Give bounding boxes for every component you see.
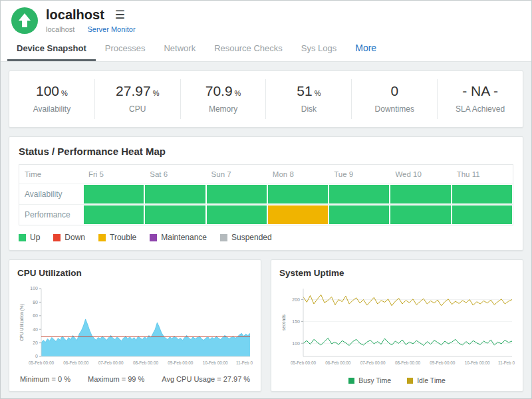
tab-device-snapshot[interactable]: Device Snapshot	[7, 37, 96, 61]
svg-text:11-Feb 0: 11-Feb 0	[498, 360, 515, 365]
heatmap-legend-maintenance: Maintenance	[150, 233, 207, 242]
heatmap-cell-up[interactable]	[145, 185, 205, 203]
legend-label: Maintenance	[161, 233, 207, 242]
stat-memory: 70.9%Memory	[181, 79, 267, 119]
summary-stats-card: 100%Availability27.97%CPU70.9%Memory51%D…	[9, 70, 523, 128]
svg-text:08-Feb 00:00: 08-Feb 00:00	[395, 360, 420, 365]
heatmap-col-header: Thu 11	[452, 165, 513, 184]
heatmap-row-performance: Performance	[19, 204, 513, 225]
heatmap-cell-up[interactable]	[452, 205, 512, 224]
header-text: localhost ☰ localhost Server Monitor	[46, 7, 136, 33]
heatmap-col-header: Sat 6	[144, 165, 205, 184]
heatmap-table: TimeFri 5Sat 6Sun 7Mon 8Tue 9Wed 10Thu 1…	[19, 164, 513, 225]
heatmap-cell-up[interactable]	[207, 205, 267, 224]
svg-text:10-Feb 00:00: 10-Feb 00:00	[465, 360, 490, 365]
svg-text:05-Feb 00:00: 05-Feb 00:00	[291, 360, 316, 365]
heatmap-title: Status / Performance Heat Map	[19, 146, 513, 157]
legend-swatch	[53, 234, 61, 241]
heatmap-cell-up[interactable]	[207, 185, 267, 203]
uptime-legend-idle-time: Idle Time	[407, 376, 446, 384]
heatmap-col-header: Time	[19, 165, 83, 184]
svg-text:100: 100	[30, 286, 38, 291]
heatmap-cell-up[interactable]	[329, 185, 389, 203]
app-header: localhost ☰ localhost Server Monitor	[1, 1, 531, 37]
heatmap-col-header: Wed 10	[390, 165, 451, 184]
stat-value: 27.97	[116, 83, 151, 98]
heatmap-cell-up[interactable]	[329, 205, 389, 224]
cpu-utilization-chart: 020406080100CPU Utilization (%)05-Feb 00…	[17, 283, 253, 371]
heatmap-col-header: Fri 5	[83, 165, 144, 184]
heatmap-cell-up[interactable]	[452, 185, 512, 203]
heatmap-cell-up[interactable]	[84, 185, 144, 203]
legend-swatch	[19, 234, 26, 241]
svg-text:06-Feb 00:00: 06-Feb 00:00	[63, 360, 88, 365]
legend-swatch	[407, 378, 413, 384]
svg-text:60: 60	[33, 313, 38, 318]
breadcrumb-monitor-type-link[interactable]: Server Monitor	[87, 25, 135, 33]
stat-disk: 51%Disk	[266, 79, 352, 119]
cpu-chart-footer: Minimum = 0 %Maximum = 99 %Avg CPU Usage…	[17, 375, 253, 383]
heatmap-legend: UpDownTroubleMaintenanceSuspended	[19, 233, 513, 242]
svg-text:0: 0	[35, 354, 38, 358]
stat-value: - NA -	[462, 83, 498, 98]
stat-unit: %	[153, 89, 160, 97]
tab-bar: Device SnapshotProcessesNetworkResource …	[1, 37, 531, 62]
tab-sys-logs[interactable]: Sys Logs	[292, 37, 346, 61]
cpu-summary-stat: Maximum = 99 %	[88, 375, 144, 383]
legend-label: Busy Time	[358, 376, 391, 384]
heatmap-card: Status / Performance Heat Map TimeFri 5S…	[9, 136, 523, 251]
breadcrumb-host: localhost	[46, 25, 74, 33]
svg-text:10-Feb 00:00: 10-Feb 00:00	[203, 360, 228, 365]
stat-unit: %	[315, 89, 321, 97]
svg-text:09-Feb 00:00: 09-Feb 00:00	[168, 360, 193, 365]
stat-label: Memory	[181, 104, 266, 114]
tab-resource-checks[interactable]: Resource Checks	[205, 37, 292, 61]
heatmap-cell-up[interactable]	[84, 205, 144, 224]
heatmap-row-label: Availability	[19, 184, 83, 204]
heatmap-cell-up[interactable]	[268, 185, 328, 203]
breadcrumb: localhost Server Monitor	[46, 25, 136, 33]
uptime-legend: Busy TimeIdle Time	[279, 376, 515, 384]
svg-text:06-Feb 00:00: 06-Feb 00:00	[325, 360, 350, 365]
cpu-chart-title: CPU Utilization	[17, 268, 253, 278]
stat-downtimes: 0Downtimes	[352, 79, 438, 119]
stat-value: 0	[390, 83, 398, 98]
heatmap-cell-up[interactable]	[390, 185, 450, 203]
tab-processes[interactable]: Processes	[96, 37, 155, 61]
stat-value: 70.9	[205, 83, 233, 98]
stat-value: 100	[36, 83, 59, 98]
monitor-up-status-icon	[11, 7, 38, 34]
legend-swatch	[220, 234, 227, 241]
heatmap-cell-trouble[interactable]	[268, 205, 328, 224]
svg-text:09-Feb 00:00: 09-Feb 00:00	[430, 360, 455, 365]
stat-label: Downtimes	[352, 104, 437, 114]
svg-text:150: 150	[292, 319, 300, 324]
hamburger-menu-icon[interactable]: ☰	[115, 9, 125, 21]
stat-unit: %	[61, 89, 68, 97]
stat-value: 51	[297, 83, 312, 98]
up-arrow-icon	[11, 7, 38, 34]
legend-swatch	[348, 378, 354, 384]
stat-availability: 100%Availability	[9, 79, 95, 119]
heatmap-header-row: TimeFri 5Sat 6Sun 7Mon 8Tue 9Wed 10Thu 1…	[19, 165, 513, 184]
tab-more[interactable]: More	[346, 37, 386, 61]
system-uptime-card: System Uptime 100150200seconds05-Feb 00:…	[271, 259, 523, 392]
heatmap-legend-suspended: Suspended	[220, 233, 272, 242]
legend-swatch	[98, 234, 106, 241]
heatmap-cell-up[interactable]	[390, 205, 450, 224]
stat-label: SLA Achieved	[438, 104, 523, 114]
uptime-chart-title: System Uptime	[279, 268, 515, 278]
legend-label: Up	[30, 233, 40, 242]
server-monitor-screen: localhost ☰ localhost Server Monitor Dev…	[0, 0, 532, 399]
legend-label: Trouble	[110, 233, 136, 242]
heatmap-body: AvailabilityPerformance	[19, 184, 513, 225]
heatmap-row-availability: Availability	[19, 184, 513, 204]
svg-text:05-Feb 00:00: 05-Feb 00:00	[29, 360, 54, 365]
legend-swatch	[150, 234, 157, 241]
heatmap-cell-up[interactable]	[145, 205, 205, 224]
page-body: 100%Availability27.97%CPU70.9%Memory51%D…	[1, 62, 531, 392]
stat-label: Availability	[9, 104, 94, 114]
svg-text:07-Feb 00:00: 07-Feb 00:00	[98, 360, 124, 365]
tab-network[interactable]: Network	[154, 37, 205, 61]
charts-row: CPU Utilization 020406080100CPU Utilizat…	[9, 259, 523, 392]
